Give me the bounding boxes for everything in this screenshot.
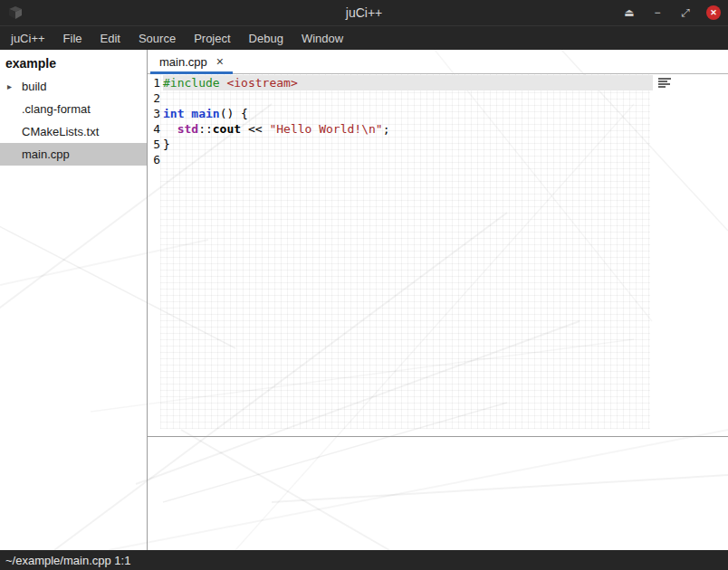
line-text[interactable] [163,90,653,106]
code-line: 2 [148,90,728,106]
line-number: 2 [148,90,163,106]
line-number: 6 [148,152,163,167]
menu-item-project[interactable]: Project [185,26,239,50]
content-area: example ▸build.clang-formatCMakeLists.tx… [0,50,728,550]
line-number: 5 [148,137,163,152]
menu-item-window[interactable]: Window [292,26,352,50]
line-number: 1 [148,75,163,90]
tab-close-icon[interactable]: × [216,54,224,69]
code-lines: 1#include <iostream>23int main() {4 std:… [148,74,728,167]
tree-item-label: main.cpp [22,147,70,161]
file-tree: example ▸build.clang-formatCMakeLists.tx… [0,50,148,550]
line-number: 3 [148,106,163,121]
app-icon [7,5,24,20]
tab-main-cpp[interactable]: main.cpp× [150,50,233,73]
menu-bar: juCi++FileEditSourceProjectDebugWindow [0,25,728,50]
tab-label: main.cpp [159,55,207,69]
status-path: ~/example/main.cpp 1:1 [5,554,130,567]
tree-item-clang-format[interactable]: .clang-format [0,98,147,120]
code-line: 5} [148,137,728,152]
tree-item-label: CMakeLists.txt [22,125,99,138]
status-bar: ~/example/main.cpp 1:1 [0,550,728,570]
tree-item-label: .clang-format [22,102,91,116]
window-controls: ⏏−⤢✕ [622,5,721,20]
line-text[interactable]: std::cout << "Hello World!\n"; [163,121,653,137]
menu-item-edit[interactable]: Edit [91,26,129,50]
expander-icon[interactable]: ▸ [7,81,12,91]
line-number: 4 [148,121,163,137]
line-text[interactable]: } [163,137,653,152]
tree-item-main-cpp[interactable]: main.cpp [0,143,147,166]
line-text[interactable]: #include <iostream> [163,75,653,90]
close-button[interactable]: ✕ [706,5,721,20]
restore-button[interactable]: ⤢ [678,5,693,20]
code-line: 3int main() { [148,106,728,121]
terminal-panel[interactable] [148,436,728,550]
title-bar: juCi++ ⏏−⤢✕ [0,0,728,25]
code-line: 1#include <iostream> [148,75,728,90]
menu-item-source[interactable]: Source [129,26,185,50]
code-line: 6 [148,152,728,167]
code-editor[interactable]: 1#include <iostream>23int main() {4 std:… [148,74,728,436]
app-window: juCi++ ⏏−⤢✕ juCi++FileEditSourceProjectD… [0,0,728,570]
tree-root-example[interactable]: example [0,50,147,75]
tree-item-cmakelists-txt[interactable]: CMakeLists.txt [0,120,147,143]
minimize-button[interactable]: − [650,5,665,20]
line-text[interactable] [163,152,653,167]
window-title: juCi++ [0,5,728,20]
line-text[interactable]: int main() { [163,106,653,121]
tree-items: ▸build.clang-formatCMakeLists.txtmain.cp… [0,75,147,166]
keep-above-button[interactable]: ⏏ [622,5,637,20]
tree-item-label: build [22,80,46,93]
tree-item-build[interactable]: ▸build [0,75,147,98]
menu-item-file[interactable]: File [54,26,91,50]
main-pane: main.cpp× 1#include <iostream>23int main… [148,50,728,550]
code-line: 4 std::cout << "Hello World!\n"; [148,121,728,137]
menu-item-debug[interactable]: Debug [240,26,292,50]
tab-bar: main.cpp× [148,50,728,74]
menu-item-juci[interactable]: juCi++ [2,26,54,50]
